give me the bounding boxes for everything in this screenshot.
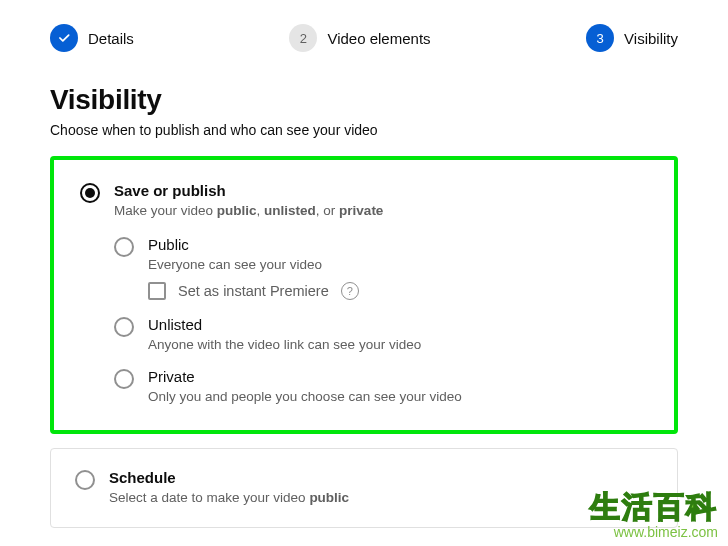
instant-premiere-row: Set as instant Premiere ? [148,282,648,300]
visibility-option-unlisted[interactable]: Unlisted Anyone with the video link can … [114,316,648,352]
page-heading: Visibility Choose when to publish and wh… [0,76,728,138]
visibility-option-public[interactable]: Public Everyone can see your video Set a… [114,236,648,300]
schedule-radio[interactable]: Schedule Select a date to make your vide… [75,469,653,505]
check-icon [50,24,78,52]
schedule-title: Schedule [109,469,653,486]
stepper: Details 2 Video elements 3 Visibility [0,0,728,76]
save-or-publish-title: Save or publish [114,182,648,199]
step-number-icon: 3 [586,24,614,52]
option-title: Unlisted [148,316,648,333]
option-desc: Anyone with the video link can see your … [148,337,648,352]
schedule-panel: Schedule Select a date to make your vide… [50,448,678,528]
option-title: Private [148,368,648,385]
option-desc: Only you and people you choose can see y… [148,389,648,404]
page-subtitle: Choose when to publish and who can see y… [50,122,678,138]
page-title: Visibility [50,84,678,116]
option-title: Public [148,236,648,253]
visibility-option-private[interactable]: Private Only you and people you choose c… [114,368,648,404]
radio-unselected-icon [75,470,95,490]
step-visibility[interactable]: 3 Visibility [586,24,678,52]
save-or-publish-panel: Save or publish Make your video public, … [50,156,678,434]
premiere-checkbox[interactable] [148,282,166,300]
save-or-publish-radio[interactable]: Save or publish Make your video public, … [80,182,648,218]
step-details[interactable]: Details [50,24,134,52]
help-icon[interactable]: ? [341,282,359,300]
save-or-publish-desc: Make your video public, unlisted, or pri… [114,203,648,218]
step-video-elements[interactable]: 2 Video elements [289,24,430,52]
radio-unselected-icon [114,369,134,389]
option-desc: Everyone can see your video [148,257,648,272]
radio-unselected-icon [114,317,134,337]
step-number-icon: 2 [289,24,317,52]
step-label: Video elements [327,30,430,47]
premiere-label: Set as instant Premiere [178,283,329,299]
schedule-desc: Select a date to make your video public [109,490,653,505]
radio-unselected-icon [114,237,134,257]
step-label: Visibility [624,30,678,47]
radio-selected-icon [80,183,100,203]
step-label: Details [88,30,134,47]
